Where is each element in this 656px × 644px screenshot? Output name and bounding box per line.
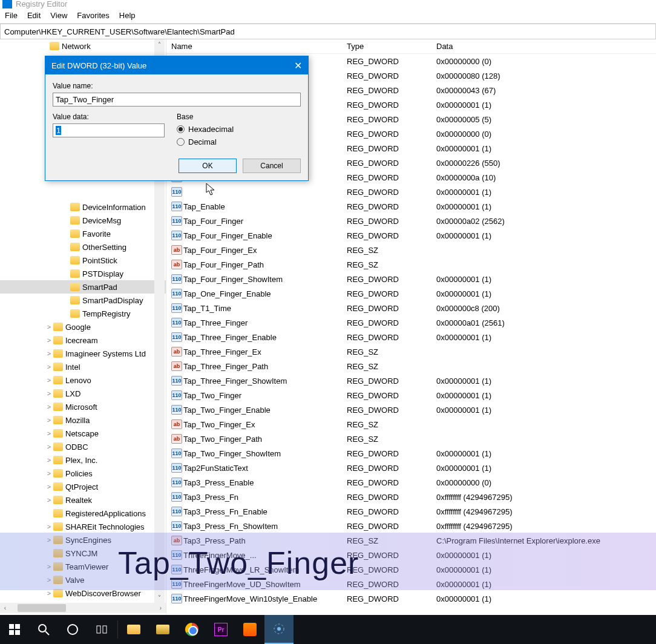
- col-name[interactable]: Name: [171, 42, 347, 51]
- ok-button[interactable]: OK: [179, 159, 237, 173]
- app-orange-icon[interactable]: [235, 615, 264, 644]
- radio-decimal[interactable]: Decimal: [177, 137, 234, 146]
- premiere-icon[interactable]: Pr: [206, 615, 235, 644]
- tree-item[interactable]: SmartPad: [0, 280, 166, 294]
- list-row[interactable]: 110Tap3_Press_EnableREG_DWORD0x00000000 …: [166, 475, 656, 490]
- tree-item[interactable]: PointStick: [0, 254, 166, 267]
- value-name-label: Value name:: [53, 82, 301, 90]
- tree-item[interactable]: OtherSetting: [0, 240, 166, 254]
- tree-item[interactable]: >Mozilla: [0, 413, 166, 427]
- tree-item[interactable]: >SHAREit Technologies: [0, 520, 166, 533]
- tree-item[interactable]: >Lenovo: [0, 373, 166, 387]
- list-row[interactable]: 110ThreeFingerMove_LR_ShowItemREG_DWORD0…: [166, 562, 656, 577]
- value-name-input[interactable]: [53, 93, 301, 107]
- radio-hexadecimal[interactable]: Hexadecimal: [177, 125, 234, 134]
- scroll-down-icon[interactable]: ˅: [154, 593, 165, 603]
- close-icon[interactable]: ✕: [294, 60, 302, 71]
- list-header: Name Type Data: [166, 39, 656, 54]
- scroll-left-icon[interactable]: ‹: [0, 603, 10, 613]
- tree-item[interactable]: >Microsoft: [0, 400, 166, 413]
- list-row[interactable]: abTap_Three_Finger_PathREG_SZ: [166, 359, 656, 373]
- list-row[interactable]: 110Tap_EnableREG_DWORD0x00000001 (1): [166, 199, 656, 214]
- tree-item[interactable]: >WebDiscoverBrowser: [0, 586, 166, 600]
- list-row[interactable]: 110Tap_Three_Finger_ShowItemREG_DWORD0x0…: [166, 373, 656, 388]
- menu-view[interactable]: View: [50, 11, 67, 20]
- scroll-right-icon[interactable]: ›: [156, 603, 166, 613]
- reg-dword-icon: 110: [171, 187, 182, 197]
- list-row[interactable]: 110ThreeFingerMove_...REG_DWORD0x0000000…: [166, 548, 656, 562]
- tree-item[interactable]: SYNCJM: [0, 547, 166, 560]
- dialog-titlebar[interactable]: Edit DWORD (32-bit) Value ✕: [45, 56, 308, 74]
- list-row[interactable]: 110Tap_Four_Finger_ShowItemREG_DWORD0x00…: [166, 272, 656, 286]
- menu-file[interactable]: File: [5, 11, 18, 20]
- scroll-up-icon[interactable]: ˄: [154, 39, 165, 50]
- tree-item[interactable]: TempRegistry: [0, 307, 166, 320]
- list-row[interactable]: 110ThreeFingerMove_Win10style_EnableREG_…: [166, 591, 656, 606]
- tree-item[interactable]: >Policies: [0, 467, 166, 480]
- list-row[interactable]: 110Tap_Two_Finger_EnableREG_DWORD0x00000…: [166, 402, 656, 417]
- tree-item[interactable]: PSTDisplay: [0, 267, 166, 280]
- search-icon[interactable]: [29, 615, 58, 644]
- list-row[interactable]: 110Tap_Three_Finger_EnableREG_DWORD0x000…: [166, 330, 656, 344]
- tree-item[interactable]: >QtProject: [0, 480, 166, 493]
- tree-item[interactable]: SmartPadDisplay: [0, 294, 166, 307]
- cancel-button[interactable]: Cancel: [243, 159, 301, 173]
- tree-item[interactable]: >Google: [0, 320, 166, 334]
- list-row[interactable]: abTap_Two_Finger_ExREG_SZ: [166, 417, 656, 432]
- menu-edit[interactable]: Edit: [27, 11, 41, 20]
- list-row[interactable]: 110Tap_One_Finger_EnableREG_DWORD0x00000…: [166, 286, 656, 301]
- list-row[interactable]: 110Tap3_Press_Fn_EnableREG_DWORD0xffffff…: [166, 504, 656, 519]
- tree-item[interactable]: >Icecream: [0, 334, 166, 347]
- col-type[interactable]: Type: [347, 42, 436, 51]
- list-row[interactable]: 110REG_DWORD0x00000001 (1): [166, 185, 656, 199]
- tree-item[interactable]: >TeamViewer: [0, 560, 166, 573]
- address-bar[interactable]: Computer\HKEY_CURRENT_USER\Software\Elan…: [0, 24, 656, 39]
- tree-item[interactable]: >LXD: [0, 387, 166, 400]
- tree-item[interactable]: Favorite: [0, 227, 166, 240]
- list-row[interactable]: 110Tap3_Press_Fn_ShowItemREG_DWORD0xffff…: [166, 519, 656, 533]
- list-row[interactable]: abTap3_Press_PathREG_SZC:\Program Files\…: [166, 533, 656, 548]
- value-data-input[interactable]: 1: [53, 123, 165, 137]
- menu-help[interactable]: Help: [119, 11, 136, 20]
- tree-item[interactable]: Network: [0, 39, 166, 53]
- tree-hscrollbar[interactable]: ‹ ›: [0, 603, 166, 613]
- list-row[interactable]: 110Tap2FunStaticTextREG_DWORD0x00000001 …: [166, 461, 656, 475]
- tree-item[interactable]: >Realtek: [0, 493, 166, 507]
- tree-item[interactable]: >Imagineer Systems Ltd: [0, 347, 166, 360]
- taskview-icon[interactable]: [87, 615, 116, 644]
- tree-item[interactable]: DeviceMsg: [0, 214, 166, 227]
- list-row[interactable]: 110ThreeFingerMove_UD_ShowItemREG_DWORD0…: [166, 577, 656, 591]
- list-row[interactable]: abTap_Four_Finger_PathREG_SZ: [166, 257, 656, 272]
- list-row[interactable]: 110Tap_Three_FingerREG_DWORD0x00000a01 (…: [166, 315, 656, 330]
- list-row[interactable]: abTap_Four_Finger_ExREG_SZ: [166, 243, 656, 257]
- list-row[interactable]: 110Tap_Two_Finger_ShowItemREG_DWORD0x000…: [166, 446, 656, 461]
- tree-item[interactable]: >ODBC: [0, 440, 166, 453]
- taskbar[interactable]: Pr: [0, 615, 656, 644]
- list-row[interactable]: 110Tap_Two_FingerREG_DWORD0x00000001 (1): [166, 388, 656, 402]
- reg-dword-icon: 110: [171, 550, 182, 560]
- list-row[interactable]: 110Tap3_Press_FnREG_DWORD0xffffffff (429…: [166, 490, 656, 504]
- reg-dword-icon: 110: [171, 289, 182, 298]
- tree-item[interactable]: >SyncEngines: [0, 533, 166, 547]
- tree-item[interactable]: >Intel: [0, 360, 166, 373]
- active-app-icon[interactable]: [264, 615, 294, 644]
- window-title: Registry Editor: [16, 0, 67, 8]
- tree-item[interactable]: >Valve: [0, 573, 166, 586]
- tree-item[interactable]: RegisteredApplications: [0, 507, 166, 520]
- tree-item[interactable]: >Plex, Inc.: [0, 453, 166, 467]
- cortana-icon[interactable]: [58, 615, 87, 644]
- list-row[interactable]: 110Tap_Four_FingerREG_DWORD0x00000a02 (2…: [166, 214, 656, 228]
- tree-item[interactable]: >Netscape: [0, 427, 166, 440]
- tree-item[interactable]: DeviceInformation: [0, 200, 166, 214]
- col-data[interactable]: Data: [436, 42, 656, 51]
- list-row[interactable]: 110Tap_Four_Finger_EnableREG_DWORD0x0000…: [166, 228, 656, 243]
- list-row[interactable]: abTap_Two_Finger_PathREG_SZ: [166, 432, 656, 446]
- pinned-app-icon[interactable]: [148, 615, 177, 644]
- chrome-icon[interactable]: [177, 615, 206, 644]
- file-explorer-icon[interactable]: [119, 615, 148, 644]
- menu-favorites[interactable]: Favorites: [77, 11, 109, 20]
- list-row[interactable]: abTap_Three_Finger_ExREG_SZ: [166, 344, 656, 359]
- hscroll-thumb[interactable]: [18, 604, 66, 612]
- list-row[interactable]: 110Tap_T1_TimeREG_DWORD0x000000c8 (200): [166, 301, 656, 315]
- start-button[interactable]: [0, 615, 29, 644]
